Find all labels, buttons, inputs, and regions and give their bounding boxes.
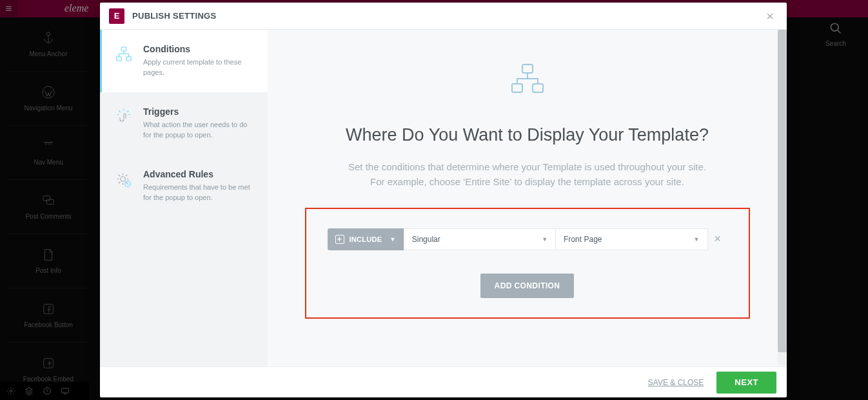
svg-point-12 xyxy=(121,177,126,182)
modal-footer: SAVE & CLOSE NEXT xyxy=(100,366,787,397)
sidebar-item-desc: Apply current template to these pages. xyxy=(143,57,255,78)
svg-rect-15 xyxy=(512,84,522,92)
modal-title: PUBLISH SETTINGS xyxy=(132,11,216,21)
main-heading: Where Do You Want to Display Your Templa… xyxy=(346,125,709,145)
chevron-down-icon: ▼ xyxy=(542,236,547,243)
add-condition-button[interactable]: ADD CONDITION xyxy=(480,274,575,298)
next-button[interactable]: NEXT xyxy=(716,372,776,394)
main-panel: Where Do You Want to Display Your Templa… xyxy=(268,30,787,366)
conditions-icon xyxy=(113,44,134,78)
include-exclude-select[interactable]: + INCLUDE ▼ xyxy=(328,228,404,250)
target-value: Front Page xyxy=(564,235,602,244)
main-subtitle-2: For example, choose 'Entire Site' to dis… xyxy=(370,174,684,189)
close-button[interactable]: × xyxy=(762,7,778,25)
sidebar-item-conditions[interactable]: Conditions Apply current template to the… xyxy=(100,30,268,92)
chevron-down-icon: ▼ xyxy=(390,236,396,243)
close-icon: × xyxy=(766,9,774,23)
sidebar-item-desc: What action the user needs to do for the… xyxy=(143,120,255,141)
sidebar-item-triggers[interactable]: Triggers What action the user needs to d… xyxy=(100,92,268,155)
scrollbar-thumb[interactable] xyxy=(778,30,787,352)
elementor-badge-icon: E xyxy=(109,8,124,24)
sidebar-item-title: Triggers xyxy=(143,106,255,117)
svg-rect-16 xyxy=(533,84,543,92)
svg-rect-10 xyxy=(117,57,122,61)
scrollbar[interactable] xyxy=(778,30,787,365)
condition-target-select[interactable]: Front Page ▼ xyxy=(556,228,707,250)
publish-settings-modal: E PUBLISH SETTINGS × Conditions Apply cu… xyxy=(100,3,787,397)
chevron-down-icon: ▼ xyxy=(694,236,700,243)
settings-sidebar: Conditions Apply current template to the… xyxy=(100,30,268,366)
conditions-area: + INCLUDE ▼ Singular ▼ Front Page ▼ × xyxy=(305,208,750,319)
triggers-icon xyxy=(113,106,134,141)
modal-body: Conditions Apply current template to the… xyxy=(100,30,787,366)
save-and-close-link[interactable]: SAVE & CLOSE xyxy=(648,378,704,387)
sidebar-item-advanced-rules[interactable]: Advanced Rules Requirements that have to… xyxy=(100,155,268,217)
condition-scope-select[interactable]: Singular ▼ xyxy=(404,228,556,250)
condition-row: + INCLUDE ▼ Singular ▼ Front Page ▼ × xyxy=(328,228,727,250)
svg-rect-14 xyxy=(522,65,533,73)
include-label: INCLUDE xyxy=(350,235,382,243)
hierarchy-icon xyxy=(509,63,546,98)
modal-header: E PUBLISH SETTINGS × xyxy=(100,3,787,30)
sidebar-item-title: Conditions xyxy=(143,44,255,54)
sidebar-item-title: Advanced Rules xyxy=(143,169,255,179)
svg-rect-11 xyxy=(126,57,132,61)
close-icon: × xyxy=(714,232,721,245)
advanced-rules-icon xyxy=(113,169,134,203)
sidebar-item-desc: Requirements that have to be met for the… xyxy=(143,183,255,203)
remove-condition-button[interactable]: × xyxy=(708,232,727,246)
svg-rect-9 xyxy=(121,47,126,51)
scope-value: Singular xyxy=(412,235,440,244)
plus-icon: + xyxy=(335,235,344,244)
main-subtitle-1: Set the conditions that determine where … xyxy=(348,159,706,174)
